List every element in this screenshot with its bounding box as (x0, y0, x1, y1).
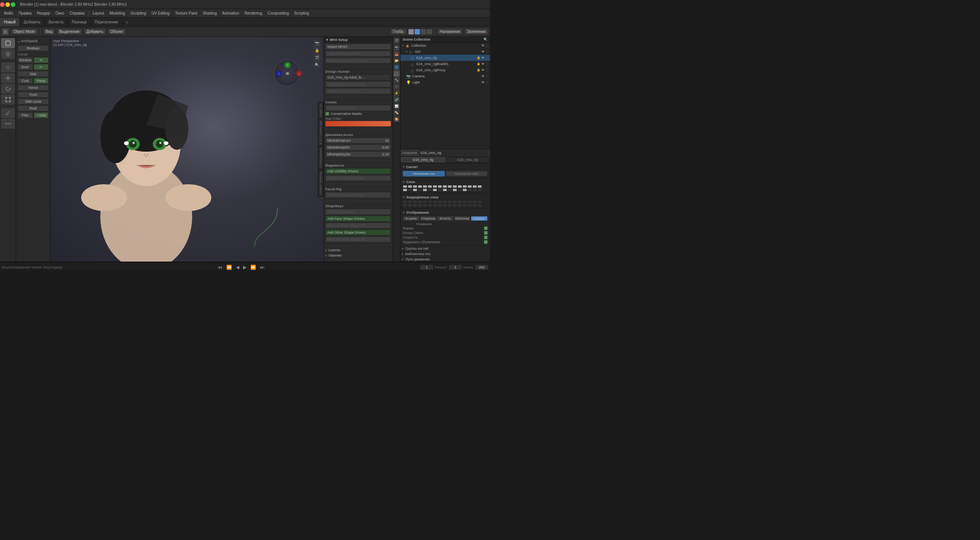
prot-2-12[interactable] (457, 204, 462, 207)
prot-2-2[interactable] (408, 204, 412, 207)
add-simple-materials-btn[interactable]: Add Simple Materials (325, 51, 391, 57)
physics-props-icon[interactable]: ⚡ (394, 90, 400, 96)
play-btn[interactable]: ▶ (242, 264, 248, 270)
outliner-collection[interactable]: ▾ ◉ Collection 👁 ⬡ (400, 43, 490, 49)
outliner-light[interactable]: 💡 Light 👁 ⬡ (400, 79, 490, 85)
search-btn[interactable]: 🔍 (314, 62, 320, 68)
prot-1-2[interactable] (408, 200, 412, 203)
object-menu-btn[interactable]: Объект (108, 28, 126, 35)
prot-1-16[interactable] (477, 200, 482, 203)
prot-2-7[interactable] (433, 204, 437, 207)
window-edit-btn[interactable]: ✏ (34, 57, 49, 63)
layer-1-6[interactable] (428, 185, 432, 188)
proxy-restrict-icon[interactable]: 🔒 (477, 68, 480, 72)
scale-tool[interactable] (1, 95, 15, 105)
render-props-icon[interactable]: 📷 (394, 44, 400, 51)
measure-tool[interactable] (1, 119, 15, 129)
jump-end-btn[interactable]: ⏭ (259, 264, 266, 270)
boolean-btn[interactable]: Boolean (18, 45, 49, 51)
layer-2-14[interactable] (467, 188, 472, 191)
add-other-shape-btn[interactable]: Add Other Shape Drivers (325, 229, 391, 236)
group-colors-check[interactable] (484, 231, 488, 235)
set-design-btn[interactable]: Set Design Human (.mh) (325, 81, 391, 87)
prot-2-4[interactable] (418, 204, 422, 207)
object-props-icon[interactable]: ◯ (394, 70, 400, 77)
visemes-item[interactable]: ▸ Visemes (325, 253, 391, 258)
layer-2-12[interactable] (457, 188, 462, 191)
prot-2-10[interactable] (448, 204, 452, 207)
remove-facing-drivers-btn[interactable]: Remove Facing Drivers (325, 192, 391, 198)
proxy-eye-icon[interactable]: 👁 (481, 68, 485, 72)
collection-eye-icon[interactable]: 👁 (481, 44, 485, 47)
tab-subtract[interactable]: Вычесть (45, 18, 68, 26)
layer-1-1[interactable] (403, 185, 407, 188)
door-btn[interactable]: Door (18, 64, 33, 70)
layer-2-13[interactable] (462, 188, 467, 191)
display-stick-btn[interactable]: Стержень (420, 216, 437, 221)
braid01-eye-icon[interactable]: 👁 (481, 62, 485, 66)
add-face-shape-drivers-btn[interactable]: Add Face Shape Drivers (325, 216, 391, 222)
add-visibility-drivers-btn[interactable]: Add Visibility Drivers (325, 168, 391, 174)
prot-2-16[interactable] (477, 204, 482, 207)
prot-1-5[interactable] (423, 200, 427, 203)
prot-1-13[interactable] (462, 200, 467, 203)
prot-1-12[interactable] (457, 200, 462, 203)
layer-2-10[interactable] (448, 188, 452, 191)
prot-2-8[interactable] (438, 204, 442, 207)
pose-position-btn[interactable]: Положение поз (403, 171, 445, 177)
shading-render-btn[interactable] (427, 29, 432, 34)
layer-1-12[interactable] (457, 185, 462, 188)
start-frame-field[interactable]: 1 (449, 265, 462, 270)
editor-type-btn[interactable] (2, 28, 9, 36)
prot-1-15[interactable] (472, 200, 477, 203)
layer-1-8[interactable] (438, 185, 442, 188)
nav-z-axis[interactable]: Z (276, 70, 282, 77)
roof-btn[interactable]: Roof (18, 105, 49, 111)
prot-1-3[interactable] (413, 200, 417, 203)
prot-2-14[interactable] (467, 204, 472, 207)
current-frame-field[interactable]: 1 (420, 265, 433, 270)
close-btn[interactable] (0, 2, 5, 7)
outliner-g16-rig[interactable]: ⬡ G16_cmu_rig 🔒 👁 ⬡ (400, 55, 490, 61)
nav-y-axis[interactable]: Y (284, 62, 291, 68)
prot-1-1[interactable] (403, 200, 407, 203)
prot-2-11[interactable] (452, 204, 457, 207)
play-reverse-btn[interactable]: ◀ (235, 264, 240, 270)
layer-2-8[interactable] (438, 188, 442, 191)
layer-2-9[interactable] (443, 188, 447, 191)
layer-1-4[interactable] (418, 185, 422, 188)
tab-add[interactable]: Добавить (20, 18, 45, 26)
shading-material-btn[interactable] (421, 29, 426, 34)
camera-render-icon[interactable]: ⬡ (485, 74, 488, 78)
remove-visibility-drivers-btn[interactable]: Remove Visibility Drivers (325, 175, 391, 181)
conservative-masks-check[interactable] (325, 112, 329, 116)
g16-rig-render-icon[interactable]: ⬡ (485, 56, 488, 60)
menu-shading[interactable]: Shading (201, 10, 219, 16)
active-obj-tab[interactable]: G16_cmu_rig (401, 157, 445, 162)
end-frame-field[interactable]: 250 (475, 265, 488, 270)
magic-uv-tab[interactable]: Magic UV (318, 101, 323, 119)
menu-sculpting[interactable]: Sculpting (128, 10, 149, 16)
add-menu-btn[interactable]: Добавить (84, 28, 106, 35)
remove-face-shape-drivers-btn[interactable]: Remove Face Shape Dri... (325, 223, 391, 229)
prot-1-4[interactable] (418, 200, 422, 203)
girl-eye-icon[interactable]: 👁 (481, 50, 485, 54)
ant-landscape-tab[interactable]: A.N.T Landscape (318, 119, 323, 146)
layer-2-6[interactable] (428, 188, 432, 191)
g16-rig-eye-icon[interactable]: 👁 (481, 56, 485, 60)
remove-other-shape-btn[interactable]: Remove Other Shape Dr... (325, 236, 391, 242)
outliner-filter-btn[interactable]: 🔍 (483, 38, 488, 41)
layer-2-4[interactable] (418, 188, 422, 191)
nav-circle[interactable]: X Y Z (274, 60, 301, 87)
layer-1-7[interactable] (433, 185, 437, 188)
menu-layout[interactable]: Layout (90, 10, 106, 16)
layer-1-11[interactable] (452, 185, 457, 188)
step-fwd-btn[interactable]: ⏩ (249, 264, 257, 270)
camera-eye-icon[interactable]: 👁 (481, 74, 485, 78)
protected-layers-title[interactable]: ▾ Защищённые слои (403, 195, 488, 200)
window-btn[interactable]: Window (18, 57, 33, 63)
add-face-shapes-btn[interactable]: Add Face Shapes (325, 209, 391, 215)
tab-new[interactable]: Новый (0, 18, 20, 26)
layers-title[interactable]: ▾ Слои (403, 179, 488, 185)
prot-2-6[interactable] (428, 204, 432, 207)
